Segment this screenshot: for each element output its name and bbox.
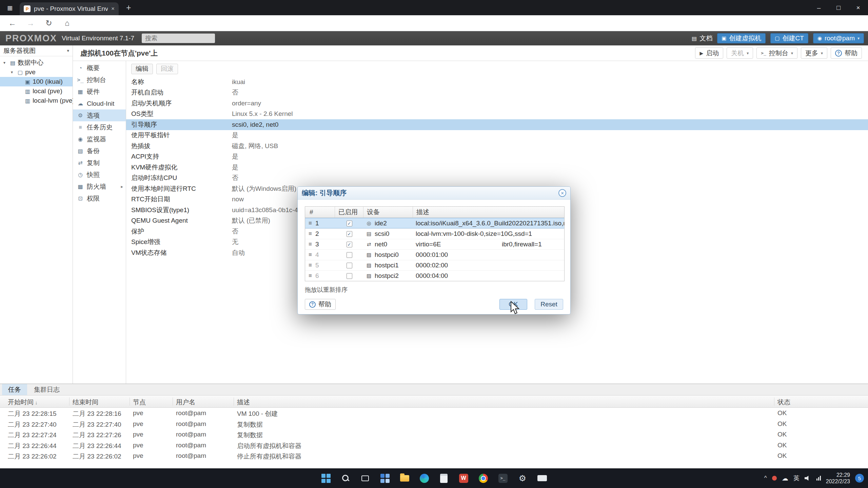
new-tab-button[interactable]: + [126,3,131,13]
vm-menu-item-options[interactable]: ⚙选项 [73,109,126,121]
drag-handle-icon[interactable]: ≡ [309,230,312,237]
option-row[interactable]: 引导顺序scsi0, ide2, net0 [126,119,868,130]
boot-entry-row[interactable]: ≡1✓◎ide2local:iso/iKuai8_x64_3.6.0_Build… [305,218,564,228]
window-maximize-button[interactable]: □ [829,0,848,15]
toolbar-button-console[interactable]: >_控制台▾ [756,47,797,59]
vm-menu-item-monitor[interactable]: ◉监视器 [73,133,126,145]
expand-caret-icon[interactable]: ▾ [3,60,8,65]
revert-button[interactable]: 回滚 [156,64,178,74]
dialog-header[interactable]: 编辑: 引导顺序 × [298,187,570,200]
user-menu-button[interactable]: ◉root@pam▾ [813,33,864,43]
home-button[interactable]: ⌂ [60,16,74,30]
enabled-checkbox[interactable] [347,263,352,268]
vm-menu-item-task-history[interactable]: ≡任务历史 [73,121,126,133]
vm-menu-item-summary[interactable]: ◔概要 [73,62,126,74]
enabled-checkbox[interactable]: ✓ [347,242,352,247]
option-row[interactable]: 启动/关机顺序order=any [126,98,868,109]
taskbar-icon-task-view[interactable] [357,470,373,486]
drag-handle-icon[interactable]: ≡ [309,241,312,248]
refresh-button[interactable]: ↻ [42,16,56,30]
task-row[interactable]: 二月 23 22:27:24二月 23 22:27:26pveroot@pam复… [0,429,868,440]
task-row[interactable]: 二月 23 22:28:15二月 23 22:28:16pveroot@pamV… [0,408,868,419]
tree-item[interactable]: ▣100 (ikuai) [0,77,73,86]
taskbar-icon-terminal[interactable]: >_ [495,470,511,486]
option-row[interactable]: 名称ikuai [126,77,868,87]
task-column-header[interactable]: 描述 [237,398,250,407]
reset-button[interactable]: Reset [535,299,563,310]
boot-entry-row[interactable]: ≡2✓▤scsi0local-lvm:vm-100-disk-0,size=10… [305,228,564,239]
grid-column-header[interactable]: 已启用 [335,207,363,218]
toolbar-button-more[interactable]: 更多▾ [801,47,827,59]
enabled-checkbox[interactable] [347,273,352,279]
volume-icon[interactable] [805,475,811,481]
tree-item[interactable]: ▥local (pve) [0,86,73,96]
task-row[interactable]: 二月 23 22:27:40二月 23 22:27:40pveroot@pam复… [0,419,868,429]
toolbar-button-shutdown[interactable]: 关机▾ [727,47,753,59]
option-row[interactable]: 启动时冻结CPU否 [126,173,868,184]
option-row[interactable]: 开机自启动否 [126,87,868,98]
task-column-header[interactable]: 结束时间 [73,398,98,407]
option-row[interactable]: KVM硬件虚拟化是 [126,162,868,173]
create-vm-button[interactable]: ▣创建虚拟机 [717,33,766,43]
help-button[interactable]: ?帮助 [305,299,336,310]
edit-button[interactable]: 编辑 [131,64,153,74]
grid-column-header[interactable]: # [305,207,335,218]
taskbar-icon-start[interactable] [318,470,334,486]
vm-menu-item-console[interactable]: >_控制台 [73,74,126,86]
tab-tasks[interactable]: 任务 [2,384,27,395]
header-search-input[interactable] [142,34,215,43]
vm-menu-item-backup[interactable]: ▧备份 [73,145,126,157]
taskbar-icon-chrome[interactable] [475,470,491,486]
ime-indicator[interactable]: 英 [793,474,800,482]
boot-entry-row[interactable]: ≡5▨hostpci10000:02:00 [305,260,564,270]
tab-actions-icon[interactable]: ▦ [5,3,15,13]
view-selector[interactable]: 服务器视图 ▾ [0,45,73,56]
vm-menu-item-hardware[interactable]: ▦硬件 [73,86,126,98]
window-minimize-button[interactable]: – [809,0,829,15]
drag-handle-icon[interactable]: ≡ [309,272,312,279]
drag-handle-icon[interactable]: ≡ [309,251,312,258]
forward-button[interactable]: → [24,16,37,30]
task-row[interactable]: 二月 23 22:26:44二月 23 22:26:44pveroot@pam启… [0,440,868,451]
taskbar-icon-wps-office[interactable]: W [456,470,471,486]
back-button[interactable]: ← [5,16,19,30]
toolbar-button-start[interactable]: ▶启动 [695,47,723,59]
taskbar-icon-edge[interactable] [416,470,432,486]
taskbar-icon-file-explorer[interactable] [397,470,412,486]
network-icon[interactable] [816,476,821,481]
boot-entry-row[interactable]: ≡4▨hostpci00000:01:00 [305,249,564,260]
task-column-header[interactable]: 节点 [133,398,146,407]
tray-expand-icon[interactable]: ^ [764,475,767,482]
window-close-button[interactable]: × [848,0,868,15]
dialog-close-icon[interactable]: × [558,189,566,197]
vm-menu-item-firewall[interactable]: ▩防火墙▸ [73,181,126,192]
browser-tab[interactable]: P pve - Proxmox Virtual Environme × [20,2,119,15]
option-row[interactable]: 热插拔磁盘, 网络, USB [126,141,868,151]
tree-item[interactable]: ▾▢pve [0,67,73,77]
create-ct-button[interactable]: ▢创建CT [770,33,808,43]
vm-menu-item-permissions[interactable]: ⊡权限 [73,192,126,204]
drag-handle-icon[interactable]: ≡ [309,262,312,269]
option-row[interactable]: OS类型Linux 5.x - 2.6 Kernel [126,109,868,120]
taskbar-icon-settings[interactable]: ⚙ [515,470,530,486]
tree-item[interactable]: ▾▤数据中心 [0,58,73,67]
task-column-header[interactable]: 状态 [777,398,790,407]
grid-column-header[interactable]: 描述 [413,207,564,218]
tab-close-icon[interactable]: × [111,5,115,12]
option-row[interactable]: 使用平板指针是 [126,130,868,141]
notification-badge[interactable]: 5 [855,474,864,483]
task-row[interactable]: 二月 23 22:26:02二月 23 22:26:02pveroot@pam停… [0,450,868,461]
tree-item[interactable]: ▥local-lvm (pve) [0,96,73,105]
taskbar-icon-touch-keyboard[interactable] [534,470,550,486]
drag-handle-icon[interactable]: ≡ [309,220,312,227]
option-row[interactable]: ACPI支持是 [126,151,868,162]
vm-menu-item-replication[interactable]: ⇄复制 [73,157,126,169]
tab-cluster-log[interactable]: 集群日志 [28,384,66,395]
expand-caret-icon[interactable]: ▾ [11,70,15,75]
taskbar-icon-notepad[interactable] [436,470,452,486]
vm-menu-item-snapshots[interactable]: ◷快照 [73,169,126,181]
clock[interactable]: 22:292022/2/23 [826,472,850,485]
vm-menu-item-cloud-init[interactable]: ☁Cloud-Init [73,98,126,109]
enabled-checkbox[interactable] [347,252,352,258]
toolbar-button-help[interactable]: ?帮助 [831,47,862,59]
